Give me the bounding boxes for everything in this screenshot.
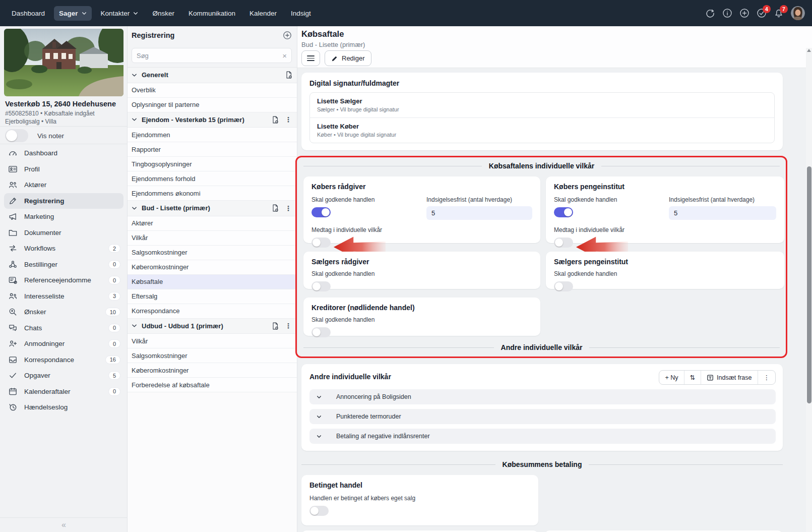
more-options-button[interactable]: ⋮ (758, 371, 776, 384)
tasks-check-icon[interactable]: 4 (757, 8, 767, 18)
add-section-icon[interactable] (283, 31, 292, 40)
buyer-bank-approve-toggle[interactable] (554, 207, 573, 217)
topnav-sager[interactable]: Sager (54, 6, 92, 21)
sidebar-item-referenceejendomme[interactable]: Referenceejendomme0 (0, 272, 128, 288)
search-input[interactable] (137, 52, 282, 60)
sidebar-item-dokumenter[interactable]: Dokumenter (0, 225, 128, 241)
nav-item-kobsaftale[interactable]: Købsaftale (128, 275, 297, 289)
nav-section-ejendom[interactable]: Ejendom - Vesterkøb 15 (primær) ⋮ (128, 112, 297, 128)
show-notes-toggle[interactable] (5, 129, 28, 142)
main-content: Købsaftale Bud - Lisette (primær) Redige… (297, 26, 812, 532)
seller-bank-approve-toggle[interactable] (554, 281, 573, 291)
party-row-seller[interactable]: Lisette Sælger Sælger • Vil bruge digita… (310, 93, 774, 117)
property-address: Vesterkøb 15, 2640 Hedehusene (5, 100, 116, 108)
top-navigation: Dashboard Sager Kontakter Ønsker Kommuni… (0, 6, 316, 21)
sidebar-item-aktorer[interactable]: Aktører (0, 177, 128, 193)
sidebar-item-onsker[interactable]: Ønsker10 (0, 304, 128, 320)
sidebar-item-workflows[interactable]: Workflows2 (0, 241, 128, 257)
nav-item-salgsomkostninger-bud[interactable]: Salgsomkostninger (128, 246, 297, 260)
buyer-advisor-approve-toggle[interactable] (311, 207, 331, 217)
buyer-bank-deadline-input[interactable] (669, 206, 776, 220)
buyer-bank-include-toggle[interactable] (554, 238, 573, 248)
user-avatar[interactable] (791, 6, 805, 20)
nav-item-vilkar-bud[interactable]: Vilkår (128, 231, 297, 246)
sidebar-item-chats[interactable]: Chats0 (0, 320, 128, 336)
nav-section-udbud[interactable]: Udbud - Udbud 1 (primær) ⋮ (128, 319, 297, 334)
scroll-up-arrow[interactable] (807, 49, 811, 52)
kebab-menu-icon[interactable]: ⋮ (284, 322, 293, 330)
nav-item-eftersalg[interactable]: Eftersalg (128, 289, 297, 304)
nav-item-forberedelse[interactable]: Forberedelse af købsaftale (128, 378, 297, 392)
document-action-icon[interactable] (271, 322, 279, 330)
nav-item-ejendommens-okonomi[interactable]: Ejendommens økonomi (128, 186, 297, 201)
nav-item-salgsomkostninger-udbud[interactable]: Salgsomkostninger (128, 348, 297, 363)
document-action-icon[interactable] (285, 71, 293, 79)
document-action-icon[interactable] (271, 204, 279, 212)
nav-item-ejendommen[interactable]: Ejendommen (128, 128, 297, 142)
sidebar-item-haendelseslog[interactable]: Hændelseslog (0, 399, 128, 416)
nav-item-aktorer[interactable]: Aktører (128, 216, 297, 231)
seller-advisor-approve-toggle[interactable] (311, 281, 331, 291)
nav-item-koberomkostninger-udbud[interactable]: Køberomkostninger (128, 363, 297, 378)
nav-item-koberomkostninger-bud[interactable]: Køberomkostninger (128, 260, 297, 275)
property-photo[interactable] (4, 29, 123, 96)
info-icon[interactable] (722, 8, 732, 18)
new-term-button[interactable]: + Ny (659, 371, 683, 384)
buyer-advisor-include-toggle[interactable] (311, 238, 331, 248)
sidebar-item-interesseliste[interactable]: Interesseliste3 (0, 288, 128, 305)
sidebar-item-bestillinger[interactable]: Bestillinger0 (0, 257, 128, 273)
topnav-onsker[interactable]: Ønsker (147, 6, 179, 21)
scrollbar-thumb[interactable] (807, 166, 811, 403)
sidebar-item-dashboard[interactable]: Dashboard (0, 145, 128, 161)
nav-item-oplysninger[interactable]: Oplysninger til parterne (128, 98, 297, 112)
sidebar-item-profil[interactable]: Profil (0, 161, 128, 178)
sidebar-item-korrespondance[interactable]: Korrespondance16 (0, 352, 128, 368)
insert-phrase-button[interactable]: Indsæt frase (701, 371, 757, 384)
add-icon[interactable] (739, 8, 749, 18)
network-icon (8, 260, 18, 269)
notifications-bell-icon[interactable]: 7 (774, 8, 784, 18)
folder-icon (8, 228, 18, 238)
kebab-menu-icon[interactable]: ⋮ (284, 115, 293, 124)
topnav-kalender[interactable]: Kalender (244, 6, 282, 21)
term-accordion-row[interactable]: Betaling af negative indlånsrenter (309, 429, 776, 444)
search-pin-icon (8, 307, 18, 317)
edit-button[interactable]: Rediger (325, 50, 371, 66)
sidebar-item-marketing[interactable]: Marketing (0, 209, 128, 225)
sidebar-item-registrering[interactable]: Registrering (4, 193, 123, 209)
chevron-down-icon (82, 12, 87, 15)
chevron-down-icon (317, 415, 322, 419)
nav-section-bud[interactable]: Bud - Lisette (primær) ⋮ (128, 201, 297, 216)
topnav-indsigt[interactable]: Indsigt (286, 6, 316, 21)
nav-item-tingbogsoplysninger[interactable]: Tingbogsoplysninger (128, 157, 297, 171)
nav-item-rapporter[interactable]: Rapporter (128, 142, 297, 157)
nav-item-vilkar-udbud[interactable]: Vilkår (128, 334, 297, 348)
nav-item-ejendommens-forhold[interactable]: Ejendommens forhold (128, 171, 297, 186)
sidebar-item-opgaver[interactable]: Opgaver5 (0, 368, 128, 384)
tasks-badge: 4 (763, 5, 771, 13)
vertical-scrollbar[interactable] (806, 48, 812, 532)
sidebar-item-anmodninger[interactable]: Anmodninger0 (0, 336, 128, 352)
topnav-kommunikation[interactable]: Kommunikation (183, 6, 240, 21)
topnav-dashboard[interactable]: Dashboard (7, 6, 50, 21)
creditors-approve-toggle[interactable] (311, 327, 331, 337)
chevron-down-icon (132, 206, 137, 210)
sort-button[interactable]: ⇅ (684, 371, 701, 384)
menu-button[interactable] (301, 50, 320, 66)
conditional-sale-toggle[interactable] (309, 506, 329, 516)
nav-item-overblik[interactable]: Overblik (128, 83, 297, 98)
clear-search-icon[interactable]: × (282, 51, 287, 60)
document-action-icon[interactable] (271, 115, 279, 124)
party-row-buyer[interactable]: Lisette Køber Køber • Vil bruge digital … (310, 117, 774, 143)
sidebar-collapse-button[interactable]: « (0, 517, 128, 532)
nav-section-generelt[interactable]: Generelt (128, 68, 297, 83)
buyer-advisor-deadline-input[interactable] (426, 206, 532, 220)
case-sidebar: Vesterkøb 15, 2640 Hedehusene #550825810… (0, 26, 128, 532)
nav-item-korrespondance[interactable]: Korrespondance (128, 304, 297, 319)
refresh-icon[interactable] (705, 8, 715, 18)
term-accordion-row[interactable]: Punkterede termoruder (309, 409, 776, 424)
term-accordion-row[interactable]: Annoncering på Boligsiden (309, 389, 776, 404)
topnav-kontakter[interactable]: Kontakter (96, 6, 144, 21)
sidebar-item-kalenderaftaler[interactable]: Kalenderaftaler0 (0, 384, 128, 400)
kebab-menu-icon[interactable]: ⋮ (284, 204, 293, 212)
